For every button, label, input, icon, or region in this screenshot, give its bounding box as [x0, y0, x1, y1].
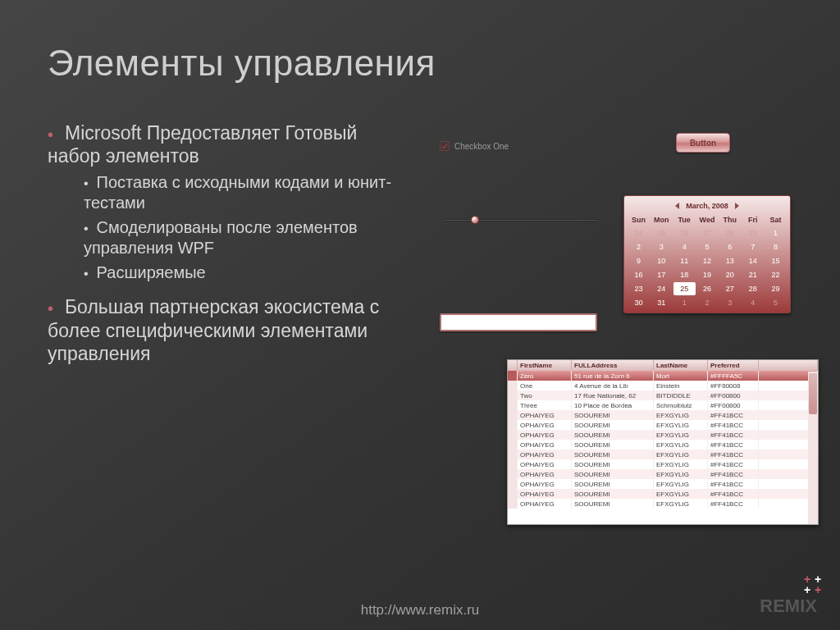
logo-plus-icons: ++ ++ — [803, 575, 822, 594]
datagrid-column-header[interactable]: FULLAddress — [572, 360, 654, 371]
table-row[interactable]: OPHAIYEGSOOUREMIEFXGYLIG#FF41BCC — [508, 430, 818, 440]
calendar-day[interactable]: 18 — [673, 268, 696, 281]
calendar-day[interactable]: 4 — [742, 296, 764, 309]
calendar-day[interactable]: 29 — [765, 282, 787, 295]
table-cell: Mort — [654, 371, 708, 381]
table-cell: Schmolblutz — [654, 400, 708, 410]
scrollbar-thumb[interactable] — [809, 373, 817, 414]
table-cell: 17 Rue Nationale, 62 — [572, 390, 654, 400]
calendar-day[interactable]: 29 — [742, 226, 764, 240]
table-cell: EFXGYLIG — [654, 440, 708, 450]
calendar-day[interactable]: 2 — [628, 240, 650, 253]
calendar-day[interactable]: 20 — [719, 268, 741, 281]
table-row[interactable]: OPHAIYEGSOOUREMIEFXGYLIG#FF41BCC — [508, 459, 818, 469]
datagrid-column-header[interactable]: Preferred — [708, 360, 759, 371]
table-row[interactable]: OPHAIYEGSOOUREMIEFXGYLIG#FF41BCC — [508, 420, 818, 430]
calendar-day[interactable]: 24 — [651, 282, 673, 295]
calendar-day-header: Fri — [742, 214, 764, 226]
table-cell: SOOUREMI — [572, 410, 654, 420]
calendar-day-header: Sun — [628, 214, 650, 226]
table-row[interactable]: OPHAIYEGSOOUREMIEFXGYLIG#FF41BCC — [508, 440, 818, 450]
calendar-day[interactable]: 27 — [719, 282, 741, 295]
table-cell: OPHAIYEG — [518, 440, 572, 450]
calendar-day[interactable]: 1 — [765, 226, 787, 240]
datagrid-scrollbar[interactable] — [808, 372, 818, 524]
table-row[interactable]: One4 Avenue de la LibEinstein#FF80008 — [508, 381, 818, 390]
calendar-day[interactable]: 8 — [765, 240, 787, 253]
calendar-day[interactable]: 17 — [651, 268, 673, 281]
calendar-day[interactable]: 14 — [742, 254, 764, 267]
calendar-day[interactable]: 3 — [719, 296, 741, 309]
checkbox-demo[interactable]: Checkbox One — [440, 141, 509, 151]
calendar-day[interactable]: 26 — [673, 226, 696, 240]
calendar-day[interactable]: 25 — [673, 282, 696, 295]
slider-thumb[interactable] — [471, 216, 479, 224]
calendar-day[interactable]: 25 — [651, 226, 673, 240]
calendar-day[interactable]: 24 — [628, 226, 650, 240]
datagrid-body: Zero51 rue de la Zorn 6Mort#FFFFA5COne4 … — [508, 371, 818, 509]
table-row[interactable]: Two17 Rue Nationale, 62BITDIDDLE#FF00800 — [508, 390, 818, 400]
calendar-day[interactable]: 3 — [651, 240, 673, 253]
calendar-day[interactable]: 9 — [628, 254, 650, 267]
table-cell: SOOUREMI — [572, 430, 654, 440]
table-cell: Zero — [518, 371, 572, 381]
calendar-day[interactable]: 2 — [696, 296, 719, 309]
table-row[interactable]: Three10 Place de BordeaSchmolblutz#FF008… — [508, 400, 818, 410]
calendar-day[interactable]: 22 — [765, 268, 787, 281]
table-cell: 51 rue de la Zorn 6 — [572, 371, 654, 381]
checkbox-icon[interactable] — [440, 141, 450, 151]
table-row[interactable]: Zero51 rue de la Zorn 6Mort#FFFFA5C — [508, 371, 818, 381]
calendar-next-icon[interactable] — [735, 203, 739, 209]
calendar-day[interactable]: 26 — [696, 282, 719, 295]
calendar-day[interactable]: 28 — [742, 282, 764, 295]
calendar-day[interactable]: 19 — [696, 268, 719, 281]
calendar-day[interactable]: 13 — [719, 254, 741, 267]
logo-text: REMIX — [760, 596, 817, 617]
table-cell: EFXGYLIG — [654, 420, 708, 430]
calendar-day[interactable]: 27 — [696, 226, 719, 240]
datagrid-demo[interactable]: FirstNameFULLAddressLastNamePreferred Ze… — [507, 359, 819, 525]
calendar-day[interactable]: 15 — [765, 254, 787, 267]
calendar-day[interactable]: 28 — [719, 226, 741, 240]
textbox-demo[interactable] — [440, 313, 597, 331]
calendar-day[interactable]: 11 — [673, 254, 696, 267]
calendar-day-header: Tue — [673, 214, 696, 226]
datagrid-column-header[interactable] — [508, 360, 518, 371]
calendar-day[interactable]: 5 — [696, 240, 719, 253]
calendar-day[interactable]: 30 — [628, 296, 650, 309]
table-cell: SOOUREMI — [572, 420, 654, 430]
table-row[interactable]: OPHAIYEGSOOUREMIEFXGYLIG#FF41BCC — [508, 450, 818, 459]
demo-button[interactable]: Button — [676, 133, 730, 153]
table-row[interactable]: OPHAIYEGSOOUREMIEFXGYLIG#FF41BCC — [508, 469, 818, 479]
datagrid-column-header[interactable]: FirstName — [518, 360, 572, 371]
calendar-day[interactable]: 6 — [719, 240, 741, 253]
table-row[interactable]: OPHAIYEGSOOUREMIEFXGYLIG#FF41BCC — [508, 489, 818, 499]
button-label: Button — [690, 139, 716, 148]
calendar-day[interactable]: 4 — [673, 240, 696, 253]
table-row[interactable]: OPHAIYEGSOOUREMIEFXGYLIG#FF41BCC — [508, 499, 818, 509]
calendar-day[interactable]: 10 — [651, 254, 673, 267]
datagrid-column-header[interactable]: LastName — [654, 360, 708, 371]
table-row[interactable]: OPHAIYEGSOOUREMIEFXGYLIG#FF41BCC — [508, 410, 818, 420]
calendar-day[interactable]: 7 — [742, 240, 764, 253]
slider-demo[interactable] — [443, 215, 599, 226]
calendar-day[interactable]: 1 — [673, 296, 696, 309]
table-cell: One — [518, 381, 572, 390]
table-cell: EFXGYLIG — [654, 410, 708, 420]
calendar-prev-icon[interactable] — [675, 203, 679, 209]
table-cell: #FF41BCC — [708, 489, 759, 499]
table-cell: 10 Place de Bordea — [572, 400, 654, 410]
table-cell: 4 Avenue de la Lib — [572, 381, 654, 390]
calendar-day[interactable]: 31 — [651, 296, 673, 309]
table-cell: EFXGYLIG — [654, 489, 708, 499]
calendar-day[interactable]: 23 — [628, 282, 650, 295]
calendar-day[interactable]: 12 — [696, 254, 719, 267]
table-cell: #FF41BCC — [708, 430, 759, 440]
bullet-1-sub-3: Расширяемые — [97, 263, 206, 281]
table-cell: SOOUREMI — [572, 469, 654, 479]
calendar-day[interactable]: 21 — [742, 268, 764, 281]
table-row[interactable]: OPHAIYEGSOOUREMIEFXGYLIG#FF41BCC — [508, 479, 818, 489]
calendar-day[interactable]: 16 — [628, 268, 650, 281]
calendar-day[interactable]: 5 — [765, 296, 787, 309]
calendar-demo[interactable]: March, 2008 SunMonTueWedThuFriSat2425262… — [623, 195, 791, 313]
